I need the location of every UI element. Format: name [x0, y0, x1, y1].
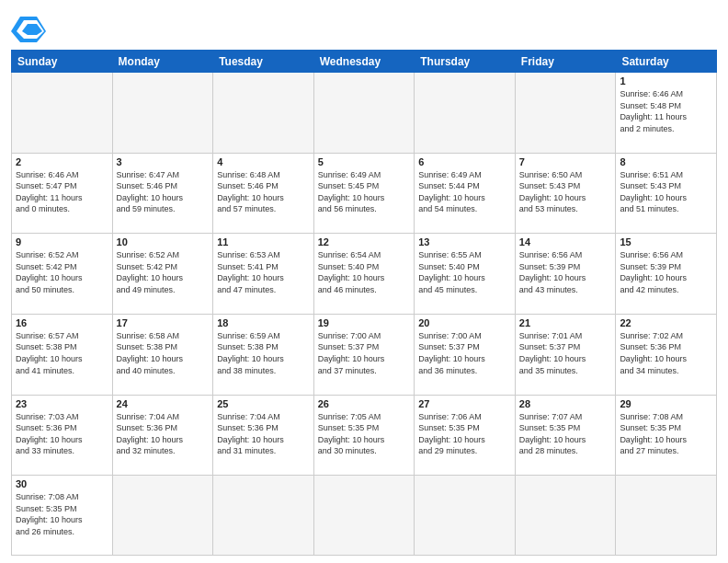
day-number: 20 [418, 317, 511, 328]
day-number: 7 [519, 156, 612, 167]
day-number: 1 [620, 75, 712, 86]
weekday-header-saturday: Saturday [616, 51, 717, 73]
day-cell: 7Sunrise: 6:50 AM Sunset: 5:43 PM Daylig… [515, 153, 616, 234]
day-cell: 16Sunrise: 6:57 AM Sunset: 5:38 PM Dayli… [12, 314, 113, 395]
day-cell [313, 476, 415, 556]
day-cell: 19Sunrise: 7:00 AM Sunset: 5:37 PM Dayli… [313, 314, 415, 395]
day-info: Sunrise: 6:53 AM Sunset: 5:41 PM Dayligh… [217, 249, 310, 295]
day-cell: 28Sunrise: 7:07 AM Sunset: 5:35 PM Dayli… [515, 395, 616, 476]
day-number: 25 [217, 398, 310, 409]
header [11, 9, 717, 42]
day-number: 8 [620, 156, 712, 167]
day-info: Sunrise: 7:02 AM Sunset: 5:36 PM Dayligh… [620, 330, 712, 376]
day-info: Sunrise: 6:57 AM Sunset: 5:38 PM Dayligh… [16, 330, 108, 376]
weekday-header-row: SundayMondayTuesdayWednesdayThursdayFrid… [12, 51, 717, 73]
weekday-header-thursday: Thursday [415, 51, 516, 73]
day-info: Sunrise: 7:00 AM Sunset: 5:37 PM Dayligh… [418, 330, 511, 376]
day-number: 26 [318, 398, 411, 409]
day-cell: 22Sunrise: 7:02 AM Sunset: 5:36 PM Dayli… [616, 314, 717, 395]
day-cell: 3Sunrise: 6:47 AM Sunset: 5:46 PM Daylig… [112, 153, 213, 234]
day-cell: 10Sunrise: 6:52 AM Sunset: 5:42 PM Dayli… [112, 234, 213, 315]
day-cell: 25Sunrise: 7:04 AM Sunset: 5:36 PM Dayli… [213, 395, 314, 476]
day-cell: 15Sunrise: 6:56 AM Sunset: 5:39 PM Dayli… [616, 234, 717, 315]
day-cell: 27Sunrise: 7:06 AM Sunset: 5:35 PM Dayli… [415, 395, 516, 476]
day-cell: 5Sunrise: 6:49 AM Sunset: 5:45 PM Daylig… [313, 153, 415, 234]
day-cell [112, 476, 213, 556]
week-row-1: 2Sunrise: 6:46 AM Sunset: 5:47 PM Daylig… [12, 153, 717, 234]
day-number: 3 [117, 156, 210, 167]
day-number: 6 [418, 156, 511, 167]
day-cell: 21Sunrise: 7:01 AM Sunset: 5:37 PM Dayli… [515, 314, 616, 395]
day-cell: 1Sunrise: 6:46 AM Sunset: 5:48 PM Daylig… [616, 73, 717, 154]
day-number: 11 [217, 236, 310, 247]
day-info: Sunrise: 6:52 AM Sunset: 5:42 PM Dayligh… [16, 249, 108, 295]
day-cell: 9Sunrise: 6:52 AM Sunset: 5:42 PM Daylig… [12, 234, 113, 315]
day-cell [213, 476, 314, 556]
day-info: Sunrise: 6:52 AM Sunset: 5:42 PM Dayligh… [117, 249, 210, 295]
page: SundayMondayTuesdayWednesdayThursdayFrid… [0, 0, 728, 563]
weekday-header-friday: Friday [515, 51, 616, 73]
day-info: Sunrise: 6:51 AM Sunset: 5:43 PM Dayligh… [620, 169, 712, 215]
day-number: 22 [620, 317, 712, 328]
day-number: 4 [217, 156, 310, 167]
day-number: 15 [620, 236, 712, 247]
day-cell: 24Sunrise: 7:04 AM Sunset: 5:36 PM Dayli… [112, 395, 213, 476]
day-cell: 13Sunrise: 6:55 AM Sunset: 5:40 PM Dayli… [415, 234, 516, 315]
day-info: Sunrise: 6:46 AM Sunset: 5:47 PM Dayligh… [16, 169, 108, 215]
day-cell [112, 73, 213, 154]
day-info: Sunrise: 6:56 AM Sunset: 5:39 PM Dayligh… [519, 249, 612, 295]
logo [11, 13, 50, 42]
day-info: Sunrise: 6:46 AM Sunset: 5:48 PM Dayligh… [620, 88, 712, 134]
day-number: 23 [16, 398, 108, 409]
day-info: Sunrise: 6:58 AM Sunset: 5:38 PM Dayligh… [117, 330, 210, 376]
day-info: Sunrise: 6:50 AM Sunset: 5:43 PM Dayligh… [519, 169, 612, 215]
day-cell [12, 73, 113, 154]
week-row-3: 16Sunrise: 6:57 AM Sunset: 5:38 PM Dayli… [12, 314, 717, 395]
day-info: Sunrise: 6:56 AM Sunset: 5:39 PM Dayligh… [620, 249, 712, 295]
day-info: Sunrise: 7:03 AM Sunset: 5:36 PM Dayligh… [16, 411, 108, 457]
day-info: Sunrise: 6:49 AM Sunset: 5:45 PM Dayligh… [318, 169, 411, 215]
day-cell: 14Sunrise: 6:56 AM Sunset: 5:39 PM Dayli… [515, 234, 616, 315]
day-cell: 23Sunrise: 7:03 AM Sunset: 5:36 PM Dayli… [12, 395, 113, 476]
week-row-4: 23Sunrise: 7:03 AM Sunset: 5:36 PM Dayli… [12, 395, 717, 476]
day-info: Sunrise: 7:04 AM Sunset: 5:36 PM Dayligh… [217, 411, 310, 457]
day-number: 14 [519, 236, 612, 247]
day-number: 24 [117, 398, 210, 409]
day-cell: 26Sunrise: 7:05 AM Sunset: 5:35 PM Dayli… [313, 395, 415, 476]
day-cell [515, 73, 616, 154]
day-number: 27 [418, 398, 511, 409]
day-cell: 11Sunrise: 6:53 AM Sunset: 5:41 PM Dayli… [213, 234, 314, 315]
day-number: 30 [16, 478, 108, 489]
day-info: Sunrise: 6:49 AM Sunset: 5:44 PM Dayligh… [418, 169, 511, 215]
day-number: 12 [318, 236, 411, 247]
day-cell: 18Sunrise: 6:59 AM Sunset: 5:38 PM Dayli… [213, 314, 314, 395]
day-number: 17 [117, 317, 210, 328]
day-info: Sunrise: 6:48 AM Sunset: 5:46 PM Dayligh… [217, 169, 310, 215]
week-row-0: 1Sunrise: 6:46 AM Sunset: 5:48 PM Daylig… [12, 73, 717, 154]
day-info: Sunrise: 7:05 AM Sunset: 5:35 PM Dayligh… [318, 411, 411, 457]
calendar-table: SundayMondayTuesdayWednesdayThursdayFrid… [11, 50, 717, 556]
day-cell [616, 476, 717, 556]
day-number: 28 [519, 398, 612, 409]
day-info: Sunrise: 7:08 AM Sunset: 5:35 PM Dayligh… [620, 411, 712, 457]
weekday-header-tuesday: Tuesday [213, 51, 314, 73]
day-number: 21 [519, 317, 612, 328]
day-cell [415, 476, 516, 556]
weekday-header-monday: Monday [112, 51, 213, 73]
day-cell: 4Sunrise: 6:48 AM Sunset: 5:46 PM Daylig… [213, 153, 314, 234]
day-info: Sunrise: 7:00 AM Sunset: 5:37 PM Dayligh… [318, 330, 411, 376]
day-cell [415, 73, 516, 154]
day-number: 16 [16, 317, 108, 328]
day-cell: 17Sunrise: 6:58 AM Sunset: 5:38 PM Dayli… [112, 314, 213, 395]
logo-icon [11, 13, 46, 42]
day-number: 29 [620, 398, 712, 409]
day-info: Sunrise: 7:07 AM Sunset: 5:35 PM Dayligh… [519, 411, 612, 457]
day-cell: 8Sunrise: 6:51 AM Sunset: 5:43 PM Daylig… [616, 153, 717, 234]
day-info: Sunrise: 6:47 AM Sunset: 5:46 PM Dayligh… [117, 169, 210, 215]
day-number: 5 [318, 156, 411, 167]
day-cell: 6Sunrise: 6:49 AM Sunset: 5:44 PM Daylig… [415, 153, 516, 234]
day-info: Sunrise: 7:01 AM Sunset: 5:37 PM Dayligh… [519, 330, 612, 376]
day-info: Sunrise: 6:55 AM Sunset: 5:40 PM Dayligh… [418, 249, 511, 295]
day-info: Sunrise: 6:59 AM Sunset: 5:38 PM Dayligh… [217, 330, 310, 376]
day-cell: 2Sunrise: 6:46 AM Sunset: 5:47 PM Daylig… [12, 153, 113, 234]
